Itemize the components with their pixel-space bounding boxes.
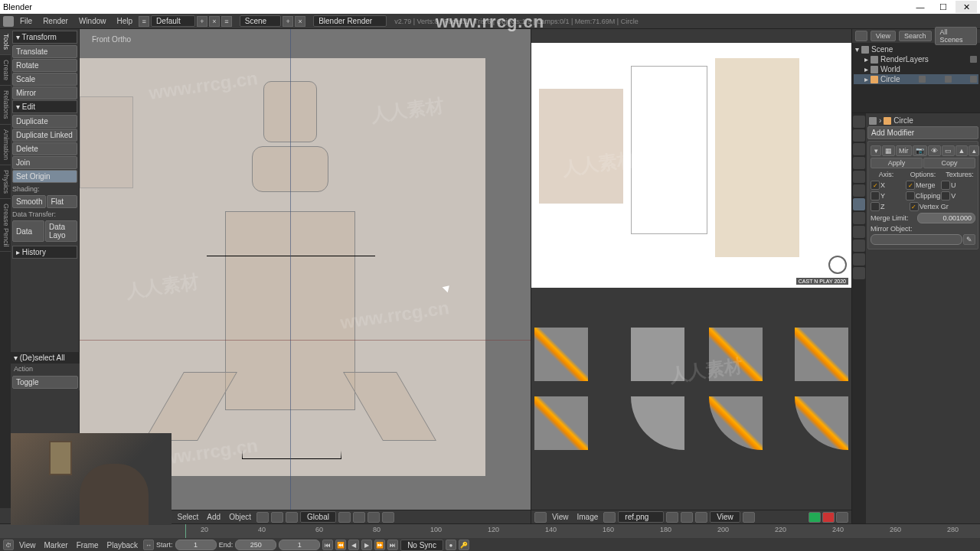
tool-tab-animation[interactable]: Animation: [0, 125, 11, 165]
outliner-item-renderlayers[interactable]: ▸RenderLayers: [854, 54, 978, 64]
data-button[interactable]: Data: [12, 220, 44, 242]
jump-start-icon[interactable]: ⏮: [322, 540, 333, 550]
editor-type-icon[interactable]: [3, 16, 14, 27]
prop-tab-physics-icon[interactable]: [853, 267, 865, 279]
history-header[interactable]: ▸ History: [12, 246, 77, 259]
jump-end-icon[interactable]: ⏭: [387, 540, 398, 550]
3d-menu-object[interactable]: Object: [226, 513, 254, 521]
axis-y-checkbox[interactable]: [871, 191, 880, 201]
layout-browse-button[interactable]: ≡: [139, 16, 149, 27]
tl-menu-marker[interactable]: Marker: [41, 541, 71, 549]
close-button[interactable]: ✕: [956, 1, 977, 13]
mod-edit-icon[interactable]: ▭: [942, 145, 955, 156]
img-slot-red-icon[interactable]: [822, 512, 835, 523]
vertex-checkbox[interactable]: ✓: [910, 202, 919, 211]
prop-tab-modifiers-icon[interactable]: [853, 198, 865, 210]
render-icon[interactable]: [382, 512, 394, 523]
mod-cage-icon[interactable]: ▲: [956, 145, 969, 156]
playhead[interactable]: [185, 524, 186, 538]
image-name-field[interactable]: ref.png: [618, 511, 664, 523]
merge-limit-field[interactable]: 0.001000: [917, 213, 975, 223]
img-menu-view[interactable]: View: [549, 513, 572, 521]
play-reverse-icon[interactable]: ◀: [348, 540, 359, 550]
menu-file[interactable]: File: [15, 15, 37, 27]
prop-tab-particles-icon[interactable]: [853, 253, 865, 266]
editor-type-outliner-icon[interactable]: [855, 31, 867, 41]
frame-current-field[interactable]: 1: [279, 540, 320, 550]
data-layout-button[interactable]: Data Layo: [45, 220, 77, 242]
transform-header[interactable]: ▾ Transform: [12, 31, 77, 44]
menu-window[interactable]: Window: [74, 15, 111, 27]
selectable-icon[interactable]: [945, 76, 952, 83]
render-icon[interactable]: [970, 76, 977, 83]
tool-tab-relations[interactable]: Relations: [0, 86, 11, 125]
outliner-item-world[interactable]: ▸World: [854, 64, 978, 74]
mod-copy-button[interactable]: Copy: [923, 158, 975, 168]
tex-u-checkbox[interactable]: [941, 181, 950, 190]
set-origin-button[interactable]: Set Origin: [12, 170, 77, 183]
prop-tab-texture-icon[interactable]: [853, 240, 865, 252]
minimize-button[interactable]: —: [910, 1, 931, 13]
timeline-ruler[interactable]: 20 40 60 80 100 120 140 160 180 200 220 …: [0, 524, 980, 538]
tex-v-checkbox[interactable]: [941, 191, 950, 201]
clipping-checkbox[interactable]: [906, 191, 915, 201]
orientation-dropdown[interactable]: Global: [300, 511, 336, 523]
translate-button[interactable]: Translate: [12, 45, 77, 58]
tool-tab-create[interactable]: Create: [0, 55, 11, 86]
editor-type-image-icon[interactable]: [534, 512, 547, 523]
img-unlink-icon[interactable]: [681, 512, 693, 523]
img-slot-icon[interactable]: [836, 512, 848, 523]
mod-render-icon[interactable]: 📷: [913, 145, 927, 156]
outliner-filter-dropdown[interactable]: All Scenes: [935, 27, 977, 45]
layers-icon[interactable]: [338, 512, 351, 523]
prop-tab-renderlayers-icon[interactable]: [853, 129, 865, 142]
tool-tab-physics[interactable]: Physics: [0, 165, 11, 199]
mirror-object-eyedropper-icon[interactable]: ✎: [963, 234, 975, 245]
keyframe-next-icon[interactable]: ⏩: [374, 540, 385, 550]
outliner-tree[interactable]: ▾Scene ▸RenderLayers ▸World ▸Circle: [852, 43, 980, 112]
mirror-button[interactable]: Mirror: [12, 86, 77, 99]
merge-checkbox[interactable]: ✓: [906, 181, 915, 190]
tool-tab-tools[interactable]: Tools: [0, 29, 11, 55]
screen-layout-dropdown[interactable]: Default: [151, 15, 195, 27]
scene-add-button[interactable]: +: [283, 16, 293, 27]
add-modifier-dropdown[interactable]: Add Modifier: [867, 126, 978, 139]
image-canvas[interactable]: CAST N PLAY 2020 人人素材 人人素材: [531, 29, 851, 510]
bc-object-icon[interactable]: [884, 117, 891, 125]
img-pack-icon[interactable]: [695, 512, 707, 523]
rotate-button[interactable]: Rotate: [12, 59, 77, 72]
img-pin-icon[interactable]: [666, 512, 678, 523]
image-editor[interactable]: CAST N PLAY 2020 人人素材 人人素材 View Image: [531, 29, 851, 523]
last-op-header[interactable]: ▾ (De)select All: [11, 352, 80, 364]
outliner-view-btn[interactable]: View: [871, 31, 896, 41]
proportional-icon[interactable]: [368, 512, 380, 523]
shade-flat-button[interactable]: Flat: [47, 195, 77, 208]
img-menu-image[interactable]: Image: [574, 513, 602, 521]
tl-menu-view[interactable]: View: [16, 541, 39, 549]
tl-menu-playback[interactable]: Playback: [104, 541, 142, 549]
visibility-icon[interactable]: [919, 76, 926, 83]
prop-tab-render-icon[interactable]: [853, 116, 865, 128]
edit-header[interactable]: ▾ Edit: [12, 100, 77, 113]
delete-button[interactable]: Delete: [12, 142, 77, 155]
3d-menu-select[interactable]: Select: [175, 513, 202, 521]
3d-menu-add[interactable]: Add: [204, 513, 224, 521]
scene-del-button[interactable]: ×: [295, 16, 305, 27]
mod-apply-button[interactable]: Apply: [871, 158, 923, 168]
menu-help[interactable]: Help: [113, 15, 138, 27]
duplicate-linked-button[interactable]: Duplicate Linked: [12, 129, 77, 142]
keying-set-icon[interactable]: 🔑: [459, 540, 469, 550]
last-op-action-dropdown[interactable]: Toggle: [12, 376, 78, 389]
axis-x-checkbox[interactable]: ✓: [871, 181, 880, 190]
autokey-icon[interactable]: ●: [446, 540, 456, 550]
mod-moveup-icon[interactable]: ▴: [969, 145, 979, 156]
snap-icon[interactable]: [353, 512, 365, 523]
outliner-item-circle[interactable]: ▸Circle: [854, 74, 978, 84]
menu-render[interactable]: Render: [38, 15, 73, 27]
axis-z-checkbox[interactable]: [871, 202, 880, 211]
frame-end-field[interactable]: 250: [235, 540, 276, 550]
img-view-dropdown[interactable]: View: [710, 511, 740, 523]
mirror-object-field[interactable]: [871, 234, 962, 245]
tl-range-icon[interactable]: ↔: [143, 540, 154, 550]
prop-tab-scene-icon[interactable]: [853, 143, 865, 155]
